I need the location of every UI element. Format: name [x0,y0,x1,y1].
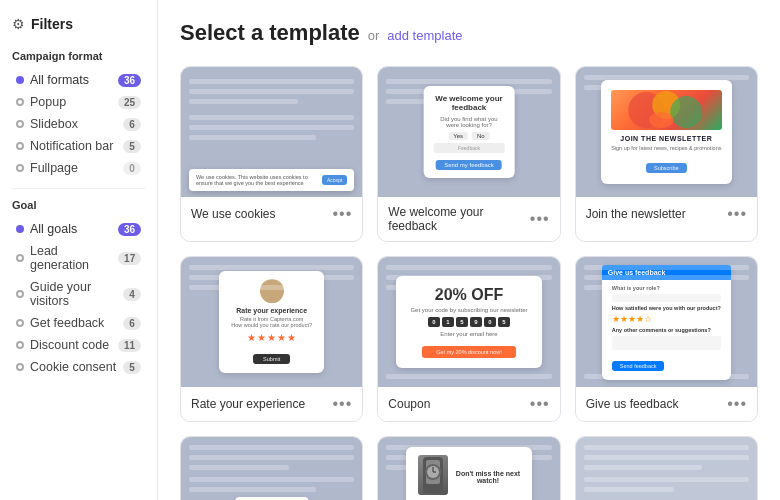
sidebar-item-label: Guide your visitors [30,280,123,308]
template-card-watch[interactable]: Don't miss the nextwatch! Don't miss the… [377,436,560,500]
template-name: We use cookies [191,207,276,221]
or-text: or [368,28,380,43]
sidebar-item-discount-code[interactable]: Discount code 11 [12,335,145,355]
sidebar-item-all-formats[interactable]: All formats 36 [12,70,145,90]
more-button[interactable]: ••• [727,205,747,223]
template-card-rate[interactable]: Rate your experience Rate it from Capter… [180,256,363,422]
dot-icon [16,254,24,262]
template-preview-watch: Don't miss the nextwatch! [378,437,559,500]
sidebar-item-fullpage[interactable]: Fullpage 0 [12,158,145,178]
template-name: Rate your experience [191,397,305,411]
more-button[interactable]: ••• [333,205,353,223]
sidebar-item-label: Notification bar [30,139,113,153]
main-content: Select a template or add template We use… [158,0,780,500]
dot-icon [16,98,24,106]
sidebar-item-popup[interactable]: Popup 25 [12,92,145,112]
template-preview-coupon: 20% OFF Get your code by subscribing our… [378,257,559,387]
sidebar-item-lead-generation[interactable]: Lead generation 17 [12,241,145,275]
sidebar-header: ⚙ Filters [12,16,145,32]
template-name: Coupon [388,397,430,411]
filter-icon: ⚙ [12,16,25,32]
count-badge: 6 [123,317,141,330]
template-card-newsletter[interactable]: Join the Newsletter Sign up for latest n… [575,66,758,242]
template-card-feedback-welcome[interactable]: We welcome your feedback Did you find wh… [377,66,560,242]
sidebar-item-label: Fullpage [30,161,78,175]
template-card-coupon[interactable]: 20% OFF Get your code by subscribing our… [377,256,560,422]
template-card-cookies[interactable]: We use cookies. This website uses cookie… [180,66,363,242]
count-badge: 5 [123,361,141,374]
more-button[interactable]: ••• [530,210,550,228]
page-title: Select a template [180,20,360,46]
sidebar-item-guide-visitors[interactable]: Guide your visitors 4 [12,277,145,311]
template-name: We welcome your feedback [388,205,530,233]
dot-icon [16,319,24,327]
template-card-get-in-touch[interactable]: Get in touch with us Get in touch with u… [180,436,363,500]
template-card-empty[interactable] [575,436,758,500]
more-button[interactable]: ••• [727,395,747,413]
template-preview-cookies: We use cookies. This website uses cookie… [181,67,362,197]
sidebar-item-label: Slidebox [30,117,78,131]
svg-point-2 [670,96,702,128]
sidebar-item-label: All formats [30,73,89,87]
template-footer: Rate your experience ••• [181,387,362,421]
dot-icon [16,225,24,233]
sidebar-title: Filters [31,16,73,32]
sidebar-item-label: Lead generation [30,244,118,272]
template-card-give-feedback[interactable]: Give us feedback What is your role? How … [575,256,758,422]
feedback-welcome-preview: We welcome your feedback Did you find wh… [424,86,515,178]
count-badge: 25 [118,96,141,109]
cookie-banner-preview: We use cookies. This website uses cookie… [189,169,354,191]
add-template-link[interactable]: add template [387,28,462,43]
watch-preview: Don't miss the nextwatch! [406,447,532,500]
dot-icon [16,164,24,172]
sidebar-item-notification-bar[interactable]: Notification bar 5 [12,136,145,156]
campaign-format-label: Campaign format [12,50,145,62]
template-preview-newsletter: Join the Newsletter Sign up for latest n… [576,67,757,197]
template-footer: Give us feedback ••• [576,387,757,421]
dot-icon [16,76,24,84]
dot-icon [16,363,24,371]
more-button[interactable]: ••• [333,395,353,413]
count-badge: 5 [123,140,141,153]
goal-label: Goal [12,199,145,211]
sidebar-item-label: Popup [30,95,66,109]
template-footer: We use cookies ••• [181,197,362,231]
dot-icon [16,142,24,150]
sidebar-item-get-feedback[interactable]: Get feedback 6 [12,313,145,333]
section-divider [12,188,145,189]
template-preview-get-in-touch: Get in touch with us [181,437,362,500]
sidebar-item-slidebox[interactable]: Slidebox 6 [12,114,145,134]
sidebar-item-all-goals[interactable]: All goals 36 [12,219,145,239]
sidebar-item-label: Get feedback [30,316,104,330]
dot-icon [16,120,24,128]
count-badge: 17 [118,252,141,265]
count-badge: 0 [123,162,141,175]
sidebar-item-cookie-consent[interactable]: Cookie consent 5 [12,357,145,377]
template-preview-give-feedback: Give us feedback What is your role? How … [576,257,757,387]
main-header: Select a template or add template [180,20,758,46]
sidebar: ⚙ Filters Campaign format All formats 36… [0,0,158,500]
sidebar-item-label: Discount code [30,338,109,352]
count-badge: 6 [123,118,141,131]
template-preview-rate: Rate your experience Rate it from Capter… [181,257,362,387]
count-badge: 11 [118,339,141,352]
template-name: Give us feedback [586,397,679,411]
more-button[interactable]: ••• [530,395,550,413]
template-name: Join the newsletter [586,207,686,221]
template-preview-empty [576,437,757,500]
template-footer: Join the newsletter ••• [576,197,757,231]
sidebar-item-label: Cookie consent [30,360,116,374]
template-footer: Coupon ••• [378,387,559,421]
dot-icon [16,341,24,349]
count-badge: 36 [118,223,141,236]
svg-point-3 [649,112,673,128]
dot-icon [16,290,24,298]
template-grid: We use cookies. This website uses cookie… [180,66,758,500]
template-footer: We welcome your feedback ••• [378,197,559,241]
count-badge: 4 [123,288,141,301]
template-preview-feedback-welcome: We welcome your feedback Did you find wh… [378,67,559,197]
count-badge: 36 [118,74,141,87]
sidebar-item-label: All goals [30,222,77,236]
